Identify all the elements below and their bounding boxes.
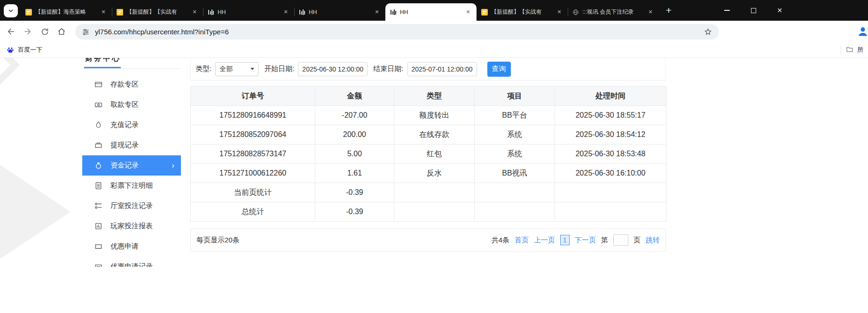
cell-order-id: 1751280852097064: [191, 125, 315, 144]
sidebar-item-recharge-records[interactable]: 充值记录: [82, 115, 181, 135]
tab-1[interactable]: 【新提醒】海燕策略 ✕: [21, 3, 112, 21]
sidebar-item-deposit-zone[interactable]: 存款专区: [82, 74, 181, 95]
type-select[interactable]: 全部: [215, 62, 258, 76]
type-label: 类型:: [195, 64, 211, 73]
sidebar-item-promo-application-records[interactable]: 优惠申请记录: [82, 257, 181, 267]
sidebar-menu: 存款专区 取款专区 充值记录 提现记录 资金记录 ›: [82, 69, 181, 267]
col-processed-time: 处理时间: [555, 87, 666, 106]
next-page-link[interactable]: 下一页: [575, 236, 596, 245]
browser-window: 【新提醒】海燕策略 ✕ 【新提醒】【实战有 ✕ HH ✕ HH ✕ HH: [0, 0, 868, 313]
tab-7[interactable]: :::视讯 会员下注纪录 ✕: [568, 3, 659, 21]
doc-icon: [117, 9, 123, 16]
current-page-badge[interactable]: 1: [560, 235, 570, 245]
bookmark-baidu[interactable]: 百度一下: [7, 46, 42, 54]
tab-6[interactable]: 【新提醒】【实战有 ✕: [477, 3, 568, 21]
close-tab-icon[interactable]: ✕: [464, 8, 472, 16]
avatar-icon: [857, 25, 868, 38]
type-select-value: 全部: [219, 65, 233, 73]
sidebar-item-label: 提现记录: [110, 141, 139, 150]
all-bookmarks-folder[interactable]: 所: [846, 46, 863, 55]
sidebar-item-withdrawal-zone[interactable]: 取款专区: [82, 95, 181, 115]
star-icon[interactable]: [704, 27, 712, 36]
pagination-bar: 每页显示20条 共4条 首页 上一页 1 下一页 第 页 跳转: [190, 228, 666, 252]
col-project: 项目: [475, 87, 555, 106]
tab-3[interactable]: HH ✕: [203, 3, 294, 21]
page-content: 财务中心 存款专区 取款专区 充值记录 提现记录: [0, 58, 868, 313]
tab-search-button[interactable]: [4, 4, 18, 17]
maximize-button[interactable]: [740, 0, 766, 21]
page-jump-input[interactable]: [613, 234, 628, 246]
cell-amount: 1.61: [315, 164, 394, 183]
sidebar-item-withdrawal-records[interactable]: 提现记录: [82, 135, 181, 155]
close-tab-icon[interactable]: ✕: [647, 8, 654, 16]
close-tab-icon[interactable]: ✕: [282, 8, 289, 16]
sidebar-item-promo-application[interactable]: 优惠申请: [82, 236, 181, 257]
cell-empty: [394, 202, 475, 222]
table-row-grand-total: 总统计 -0.39: [191, 202, 666, 222]
sidebar-item-label: 优惠申请: [110, 242, 139, 251]
cell-project: BB视讯: [475, 164, 555, 183]
tab-4[interactable]: HH ✕: [294, 3, 385, 21]
cell-type: 在线存款: [394, 125, 475, 144]
back-button[interactable]: [4, 24, 18, 39]
tune-icon: [82, 28, 90, 36]
caret-down-icon: [250, 68, 254, 70]
doc-icon: [481, 9, 488, 16]
sidebar-item-player-bet-report[interactable]: 玩家投注报表: [82, 216, 181, 236]
tab-5-active[interactable]: HH ✕: [385, 3, 477, 21]
cell-order-id: 1751280828573147: [191, 144, 315, 164]
records-table: 订单号 金额 类型 项目 处理时间 1751280916648991 -207.…: [190, 86, 666, 222]
close-tab-icon[interactable]: ✕: [191, 8, 198, 16]
minimize-button[interactable]: [714, 0, 740, 21]
cell-label: 当前页统计: [191, 183, 315, 202]
home-icon: [57, 27, 66, 36]
decorative-chevron: [0, 58, 20, 84]
forward-button[interactable]: [21, 24, 35, 39]
url-bar[interactable]: yl756.com/hhcp/usercenter.html?iniType=6: [75, 24, 719, 40]
cell-empty: [555, 202, 666, 222]
jump-link[interactable]: 跳转: [646, 236, 660, 245]
close-tab-icon[interactable]: ✕: [555, 8, 563, 16]
profile-avatar[interactable]: [856, 24, 868, 39]
sidebar-item-hall-bet-records[interactable]: 厅室投注记录: [82, 196, 181, 216]
table-row: 1751271000612260 1.61 反水 BB视讯 2025-06-30…: [191, 164, 666, 183]
prev-page-link[interactable]: 上一页: [534, 236, 555, 245]
sidebar-item-label: 资金记录: [110, 161, 139, 170]
sidebar-item-lottery-bet-details[interactable]: 彩票下注明细: [82, 176, 181, 196]
cell-project: 系统: [475, 125, 555, 144]
start-date-input[interactable]: [298, 62, 368, 76]
end-date-input[interactable]: [407, 62, 477, 76]
search-button[interactable]: 查询: [487, 62, 511, 77]
cell-amount: 200.00: [315, 125, 394, 144]
new-tab-button[interactable]: +: [662, 4, 676, 17]
chevron-right-icon: ›: [172, 161, 174, 170]
cell-project: 系统: [475, 144, 555, 164]
cell-label: 总统计: [191, 202, 315, 222]
folder-icon: [846, 46, 853, 55]
bookmarks-bar: 百度一下 所: [0, 42, 868, 58]
close-window-button[interactable]: ✕: [766, 0, 793, 21]
page-size-text: 每页显示20条: [196, 236, 240, 245]
table-row: 1751280828573147 5.00 红包 系统 2025-06-30 1…: [191, 144, 666, 164]
bookmarks-right: 所: [841, 46, 863, 55]
cell-empty: [475, 183, 555, 202]
table-row-page-total: 当前页统计 -0.39: [191, 183, 666, 202]
divider: [841, 46, 841, 54]
table-row: 1751280852097064 200.00 在线存款 系统 2025-06-…: [191, 125, 666, 144]
reload-button[interactable]: [38, 24, 52, 39]
table-header-row: 订单号 金额 类型 项目 处理时间: [191, 87, 666, 106]
close-tab-icon[interactable]: ✕: [100, 8, 107, 16]
forward-icon: [23, 27, 32, 36]
first-page-link[interactable]: 首页: [515, 236, 529, 245]
sidebar-item-funds-records[interactable]: 资金记录 ›: [82, 155, 181, 176]
cell-time: 2025-06-30 18:53:48: [555, 144, 666, 164]
tab-label: HH: [309, 9, 370, 16]
end-date-label: 结束日期:: [373, 64, 403, 73]
window-controls: ✕: [714, 0, 793, 21]
home-button[interactable]: [55, 24, 69, 39]
tab-label: :::视讯 会员下注纪录: [582, 8, 643, 16]
close-tab-icon[interactable]: ✕: [373, 8, 381, 16]
doc-icon: [25, 9, 32, 16]
tab-2[interactable]: 【新提醒】【实战有 ✕: [112, 3, 203, 21]
url-text[interactable]: yl756.com/hhcp/usercenter.html?iniType=6: [95, 28, 698, 36]
